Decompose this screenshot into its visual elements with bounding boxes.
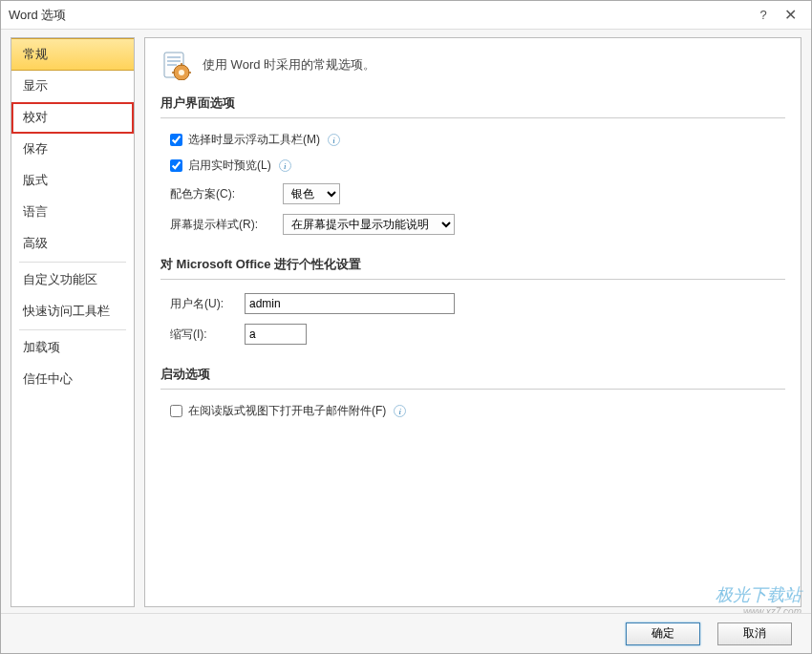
sidebar: 常规显示校对保存版式语言高级自定义功能区快速访问工具栏加载项信任中心 [11,37,135,607]
window-title: Word 选项 [9,7,750,24]
open-attachment-input[interactable] [170,405,182,417]
section-ui-title: 用户界面选项 [160,95,785,118]
titlebar: Word 选项 ? ✕ [1,1,811,30]
sidebar-item-0[interactable]: 常规 [11,38,134,71]
sidebar-item-7[interactable]: 自定义功能区 [11,264,134,296]
dialog-footer: 确定 取消 [1,613,811,653]
section-startup-body: 在阅读版式视图下打开电子邮件附件(F) i [160,391,785,432]
section-startup-title: 启动选项 [160,366,785,390]
sidebar-item-1[interactable]: 显示 [11,71,134,102]
info-icon[interactable]: i [394,405,406,417]
info-icon[interactable]: i [279,159,291,172]
svg-rect-3 [167,64,177,66]
cancel-button[interactable]: 取消 [717,622,792,645]
content-area: 常规显示校对保存版式语言高级自定义功能区快速访问工具栏加载项信任中心 [1,30,811,613]
live-preview-input[interactable] [170,159,182,172]
open-attachment-label: 在阅读版式视图下打开电子邮件附件(F) [188,403,386,419]
sidebar-item-4[interactable]: 版式 [11,165,134,197]
close-button[interactable]: ✕ [777,6,803,25]
options-icon [160,50,191,80]
live-preview-label: 启用实时预览(L) [188,158,271,174]
screentip-style-select[interactable]: 在屏幕提示中显示功能说明 [283,214,455,235]
sidebar-item-8[interactable]: 快速访问工具栏 [11,296,134,327]
sidebar-item-10[interactable]: 信任中心 [11,364,134,395]
floating-toolbar-checkbox[interactable]: 选择时显示浮动工具栏(M) [170,132,320,148]
initials-input[interactable] [245,324,307,345]
intro-text: 使用 Word 时采用的常规选项。 [203,56,375,74]
intro-row: 使用 Word 时采用的常规选项。 [160,50,785,80]
floating-toolbar-input[interactable] [170,134,182,146]
initials-label: 缩写(I): [170,327,237,343]
section-ui-body: 选择时显示浮动工具栏(M) i 启用实时预览(L) i 配色方案(C): 银色 [160,120,785,248]
svg-rect-1 [167,56,181,58]
color-scheme-select[interactable]: 银色 [283,183,340,204]
sidebar-item-3[interactable]: 保存 [11,134,134,165]
help-button[interactable]: ? [750,6,777,25]
section-personalize-title: 对 Microsoft Office 进行个性化设置 [160,256,785,280]
sidebar-item-5[interactable]: 语言 [11,197,134,228]
sidebar-item-9[interactable]: 加载项 [11,332,134,364]
main-panel: 使用 Word 时采用的常规选项。 用户界面选项 选择时显示浮动工具栏(M) i… [144,37,801,607]
open-attachment-checkbox[interactable]: 在阅读版式视图下打开电子邮件附件(F) [170,403,386,419]
username-label: 用户名(U): [170,296,237,312]
ok-button[interactable]: 确定 [626,622,700,645]
options-dialog: Word 选项 ? ✕ 常规显示校对保存版式语言高级自定义功能区快速访问工具栏加… [0,0,812,654]
sidebar-item-6[interactable]: 高级 [11,228,134,260]
svg-point-5 [179,70,184,75]
username-input[interactable] [245,293,455,314]
info-icon[interactable]: i [328,134,340,146]
section-personalize-body: 用户名(U): 缩写(I): [160,282,785,358]
color-scheme-label: 配色方案(C): [170,186,275,202]
titlebar-controls: ? ✕ [750,6,803,25]
floating-toolbar-label: 选择时显示浮动工具栏(M) [188,132,320,148]
sidebar-item-2[interactable]: 校对 [11,102,134,134]
screentip-style-label: 屏幕提示样式(R): [170,217,275,233]
svg-rect-2 [167,60,181,62]
live-preview-checkbox[interactable]: 启用实时预览(L) [170,158,271,174]
